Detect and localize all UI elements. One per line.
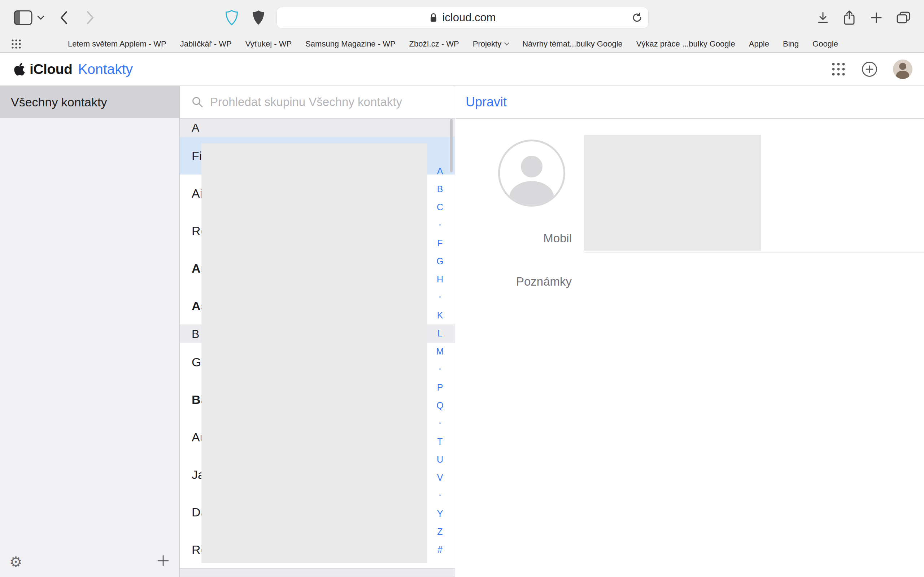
field-label-notes: Poznámky: [456, 275, 572, 288]
bookmark-item[interactable]: Samsung Magazine - WP: [305, 39, 395, 49]
section-header: [180, 568, 455, 577]
lock-icon: [429, 12, 438, 23]
search-icon: [191, 96, 204, 108]
list-scrollbar[interactable]: [450, 119, 452, 172]
alpha-index: ABC•FGH•KLM•PQ•TUV•YZ#: [434, 162, 446, 559]
alpha-index-letter[interactable]: H: [434, 270, 446, 288]
privacy-shield-icon[interactable]: [225, 10, 239, 26]
browser-toolbar: icloud.com: [0, 0, 924, 35]
alpha-index-dot[interactable]: •: [434, 487, 446, 504]
alpha-index-letter[interactable]: C: [434, 198, 446, 216]
contact-list-pane: AFiAiReAnAsBGBaAuJaDaRo ABC•FGH•KLM•PQ•T…: [180, 86, 455, 577]
favorites-grid-icon[interactable]: [11, 39, 22, 49]
url-text: icloud.com: [442, 11, 496, 24]
redacted-list-overlay: [201, 143, 427, 563]
bookmark-item[interactable]: Letem světem Applem - WP: [68, 39, 166, 49]
alpha-index-letter[interactable]: #: [434, 541, 446, 559]
bookmark-item[interactable]: Jablíčkář - WP: [180, 39, 232, 49]
bookmark-item[interactable]: Google: [813, 39, 838, 49]
brand-title: iCloud: [30, 61, 72, 77]
alpha-index-letter[interactable]: Z: [434, 522, 446, 541]
sidebar-item-all-contacts[interactable]: Všechny kontakty: [0, 86, 179, 118]
tab-overview-icon[interactable]: [896, 11, 911, 24]
alpha-index-dot[interactable]: •: [434, 360, 446, 378]
section-header: A: [180, 118, 455, 137]
sidebar-toggle-icon[interactable]: [14, 10, 32, 25]
settings-gear-icon[interactable]: ⚙: [10, 554, 23, 569]
bookmark-item[interactable]: Projekty: [473, 39, 509, 49]
alpha-index-dot[interactable]: •: [434, 216, 446, 234]
share-icon[interactable]: [843, 10, 855, 26]
browser-window: icloud.com Letem světem Applem - WPJab: [0, 0, 924, 577]
alpha-index-letter[interactable]: L: [434, 324, 446, 342]
chevron-down-icon: [504, 40, 509, 45]
forward-icon[interactable]: [85, 10, 96, 26]
add-group-icon[interactable]: [156, 554, 170, 567]
alpha-index-dot[interactable]: •: [434, 414, 446, 432]
alpha-index-letter[interactable]: G: [434, 252, 446, 270]
bookmarks-list: Letem světem Applem - WPJablíčkář - WPVy…: [68, 39, 838, 49]
apple-logo-icon: [14, 62, 25, 76]
alpha-index-letter[interactable]: B: [434, 180, 446, 198]
apps-grid-icon[interactable]: [831, 62, 846, 77]
alpha-index-letter[interactable]: V: [434, 469, 446, 487]
refresh-icon[interactable]: [632, 12, 643, 23]
bookmark-item[interactable]: Apple: [749, 39, 769, 49]
bookmark-item[interactable]: Vyťukej - WP: [246, 39, 292, 49]
downloads-icon[interactable]: [816, 11, 829, 24]
bookmark-item[interactable]: Výkaz práce ...bulky Google: [636, 39, 735, 49]
contacts-app: Všechny kontakty ⚙ AFiAiReAnAsBGBaAuJaDa…: [0, 86, 924, 577]
account-avatar[interactable]: [893, 60, 913, 79]
alpha-index-letter[interactable]: T: [434, 432, 446, 450]
app-title[interactable]: Kontakty: [78, 61, 133, 77]
bookmark-item[interactable]: Zboží.cz - WP: [409, 39, 459, 49]
alpha-index-letter[interactable]: Q: [434, 396, 446, 414]
alpha-index-letter[interactable]: K: [434, 306, 446, 324]
adblock-shield-icon[interactable]: [251, 10, 266, 26]
groups-sidebar: Všechny kontakty ⚙: [0, 86, 180, 577]
alpha-index-letter[interactable]: A: [434, 162, 446, 180]
alpha-index-letter[interactable]: P: [434, 378, 446, 396]
alpha-index-letter[interactable]: Y: [434, 504, 446, 522]
contact-detail-pane: Upravit Mobil Poznámky: [456, 86, 924, 577]
chevron-down-icon[interactable]: [37, 15, 45, 20]
address-bar[interactable]: icloud.com: [277, 7, 648, 28]
divider: [456, 118, 924, 119]
icloud-header: iCloud Kontakty: [0, 53, 924, 85]
search-input[interactable]: [210, 95, 426, 109]
bookmarks-bar: Letem světem Applem - WPJablíčkář - WPVy…: [0, 35, 924, 53]
alpha-index-dot[interactable]: •: [434, 288, 446, 306]
alpha-index-letter[interactable]: U: [434, 450, 446, 469]
add-contact-icon[interactable]: [861, 61, 878, 77]
field-label-mobile: Mobil: [456, 232, 572, 245]
edit-button[interactable]: Upravit: [465, 86, 507, 118]
divider: [584, 252, 924, 253]
alpha-index-letter[interactable]: M: [434, 342, 446, 360]
back-icon[interactable]: [58, 10, 69, 26]
contact-avatar-placeholder: [498, 140, 565, 206]
alpha-index-letter[interactable]: F: [434, 234, 446, 252]
redacted-name-block: [584, 135, 761, 251]
bookmark-item[interactable]: Bing: [783, 39, 799, 49]
bookmark-item[interactable]: Návrhy témat...bulky Google: [522, 39, 623, 49]
new-tab-icon[interactable]: [871, 12, 882, 23]
search-row: [180, 86, 455, 118]
